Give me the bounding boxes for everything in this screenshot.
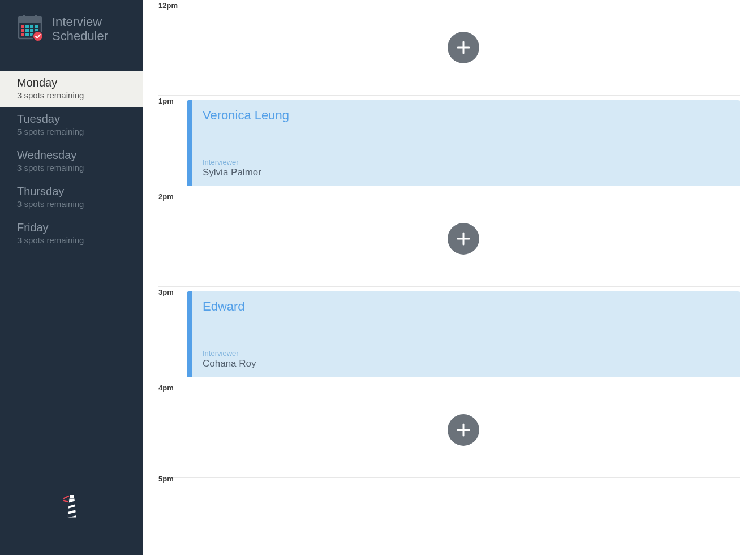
- svg-rect-8: [21, 29, 24, 32]
- time-slot-5pm: 5pm: [158, 477, 740, 478]
- lighthouse-icon: [63, 494, 80, 521]
- slot-body: [187, 382, 740, 477]
- day-item-friday[interactable]: Friday 3 spots remaining: [0, 216, 143, 252]
- day-name: Thursday: [17, 185, 126, 198]
- student-name: Veronica Leung: [203, 108, 730, 123]
- day-list: Monday 3 spots remaining Tuesday 5 spots…: [0, 71, 143, 252]
- sidebar-footer: [0, 477, 143, 555]
- svg-rect-12: [21, 33, 24, 36]
- appointment-accent-bar: [187, 291, 192, 377]
- day-name: Wednesday: [17, 149, 126, 162]
- calendar-logo-icon: [17, 14, 44, 44]
- sidebar-divider: [9, 57, 134, 57]
- svg-point-15: [33, 31, 43, 41]
- time-label: 1pm: [158, 96, 174, 105]
- plus-icon: [455, 230, 472, 247]
- app-title-line1: Interview: [52, 15, 108, 29]
- sidebar: Interview Scheduler Monday 3 spots remai…: [0, 0, 143, 555]
- appointment-footer: Interviewer Cohana Roy: [203, 349, 730, 369]
- time-label: 4pm: [158, 382, 174, 392]
- day-spots: 3 spots remaining: [17, 91, 126, 100]
- add-appointment-button[interactable]: [448, 32, 479, 63]
- sidebar-header: Interview Scheduler: [0, 0, 143, 53]
- svg-rect-9: [25, 29, 29, 32]
- svg-rect-1: [19, 17, 41, 23]
- svg-rect-4: [21, 25, 24, 28]
- time-slot-4pm: 4pm: [158, 382, 740, 477]
- time-label: 3pm: [158, 287, 174, 296]
- time-slot-3pm: 3pm Edward Interviewer Cohana Roy: [158, 286, 740, 377]
- add-appointment-button[interactable]: [448, 223, 479, 255]
- interviewer-name: Sylvia Palmer: [203, 167, 730, 178]
- appointment-content: Edward Interviewer Cohana Roy: [192, 291, 740, 377]
- day-spots: 5 spots remaining: [17, 127, 126, 136]
- slot-body: [187, 0, 740, 95]
- day-name: Friday: [17, 221, 126, 234]
- plus-icon: [455, 39, 472, 56]
- day-spots: 3 spots remaining: [17, 235, 126, 245]
- student-name: Edward: [203, 299, 730, 314]
- svg-rect-3: [35, 15, 37, 19]
- time-slot-12pm: 12pm: [158, 0, 740, 95]
- svg-rect-10: [30, 29, 33, 32]
- appointment-accent-bar: [187, 100, 192, 186]
- time-label: 12pm: [158, 0, 178, 10]
- time-label: 5pm: [158, 474, 174, 483]
- appointment-content: Veronica Leung Interviewer Sylvia Palmer: [192, 100, 740, 186]
- svg-rect-6: [30, 25, 33, 28]
- plus-icon: [455, 421, 472, 438]
- day-item-thursday[interactable]: Thursday 3 spots remaining: [0, 179, 143, 216]
- time-slot-1pm: 1pm Veronica Leung Interviewer Sylvia Pa…: [158, 95, 740, 186]
- appointment-card[interactable]: Veronica Leung Interviewer Sylvia Palmer: [187, 100, 740, 186]
- app-title-line2: Scheduler: [52, 29, 108, 43]
- interviewer-name: Cohana Roy: [203, 358, 730, 369]
- appointment-card[interactable]: Edward Interviewer Cohana Roy: [187, 291, 740, 377]
- day-item-tuesday[interactable]: Tuesday 5 spots remaining: [0, 107, 143, 143]
- time-slot-2pm: 2pm: [158, 191, 740, 286]
- svg-rect-5: [25, 25, 29, 28]
- app-title: Interview Scheduler: [52, 15, 108, 44]
- slot-body: [187, 191, 740, 286]
- day-spots: 3 spots remaining: [17, 163, 126, 173]
- time-label: 2pm: [158, 191, 174, 201]
- appointment-footer: Interviewer Sylvia Palmer: [203, 158, 730, 178]
- day-spots: 3 spots remaining: [17, 199, 126, 209]
- schedule: 12pm 1pm Veronica Leung Interviewer Sylv…: [143, 0, 756, 555]
- day-item-wednesday[interactable]: Wednesday 3 spots remaining: [0, 143, 143, 179]
- day-item-monday[interactable]: Monday 3 spots remaining: [0, 71, 143, 107]
- svg-rect-13: [25, 33, 29, 36]
- add-appointment-button[interactable]: [448, 414, 479, 446]
- day-name: Monday: [17, 76, 126, 89]
- svg-rect-2: [23, 15, 25, 19]
- interviewer-label: Interviewer: [203, 349, 730, 358]
- interviewer-label: Interviewer: [203, 158, 730, 166]
- svg-rect-7: [35, 25, 38, 28]
- day-name: Tuesday: [17, 113, 126, 126]
